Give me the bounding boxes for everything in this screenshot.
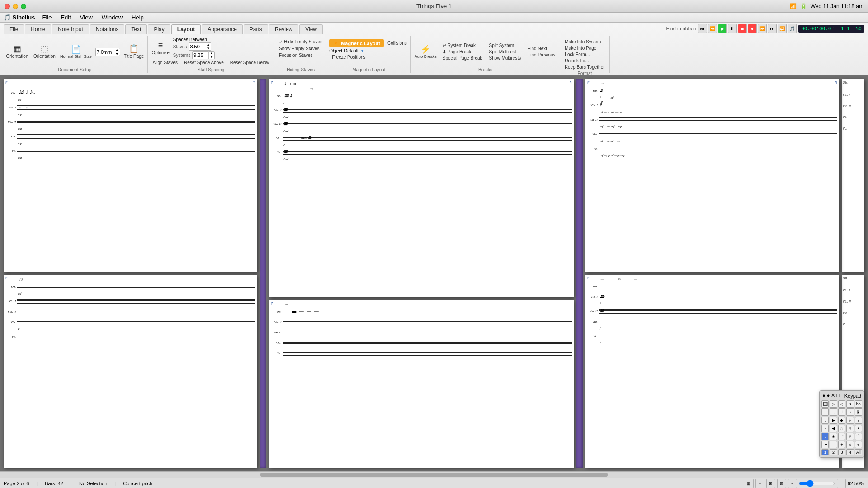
size-button[interactable]: 📄 Normal Staff Size (58, 44, 94, 60)
kp-9[interactable]: + (838, 441, 845, 448)
row-ob-6[interactable]: Ob. (587, 282, 837, 291)
make-into-system-button[interactable]: Make Into System (562, 39, 604, 45)
row-vln1-1[interactable]: Vln. I 𝅝 𝅝 (5, 103, 255, 112)
kp-tab-3[interactable]: 3 (838, 449, 845, 455)
kp-rest-1[interactable]: ♩ (838, 408, 845, 416)
collisions-button[interactable]: Collisions (386, 40, 409, 47)
horizontal-scrollbar[interactable] (0, 471, 868, 478)
kp-note-4[interactable]: 𝆷 (821, 417, 829, 424)
row-vln2-6[interactable]: Vln. II 𝅘𝅥𝅮𝅘𝅥𝅮𝅘𝅥𝅮𝅘𝅥𝅮𝅘𝅥𝅮𝅘𝅥𝅮𝅘𝅥𝅮𝅘𝅥𝅮 (587, 307, 837, 316)
row-ob-3[interactable]: Ob. 𝅘𝅥𝅮𝅘𝅥𝅮𝅘𝅥𝅮𝅘𝅥𝅮𝅘𝅥𝅮𝅘𝅥𝅮𝅘𝅥𝅮𝅘𝅥𝅮 𝅘𝅥𝅮𝅘𝅥𝅮𝅘𝅥𝅮 (271, 92, 572, 101)
make-into-page-button[interactable]: Make Into Page (562, 45, 599, 51)
row-vc-4[interactable]: Vc. (271, 349, 572, 358)
kp-icon-4[interactable]: ✕ (846, 400, 854, 408)
row-ob-5[interactable]: Ob. 𝅘𝅥𝅮𝅘𝅥𝅮𝅘𝅥𝅮𝅘𝅥𝅮 — — (587, 86, 837, 95)
transport-next[interactable]: ⏩ (758, 24, 767, 33)
title-page-button[interactable]: 📋 Title Page (122, 44, 146, 60)
tab-view[interactable]: View (299, 24, 323, 34)
kp-icon-5[interactable]: bb (855, 400, 862, 408)
row-vc-5[interactable]: Vc. (587, 144, 837, 153)
row-vln2-5[interactable]: Vln. II (587, 115, 837, 124)
special-page-break-button[interactable]: Special Page Break (440, 55, 485, 61)
maximize-button[interactable] (21, 4, 26, 9)
row-vc-2[interactable]: Vc. (5, 332, 255, 341)
find-previous-button[interactable]: Find Previous (525, 52, 558, 58)
tab-parts[interactable]: Parts (244, 24, 268, 34)
kp-icon-1[interactable]: 🔲 (821, 400, 829, 408)
transport-play[interactable]: ▶ (718, 24, 727, 33)
kp-note-1[interactable]: 𝆸 (821, 425, 829, 432)
row-ob-4[interactable]: Ob. ▬ — — — (271, 307, 572, 316)
find-next-button[interactable]: Find Next (525, 46, 558, 52)
kp-tab-4[interactable]: 4 (846, 449, 854, 455)
kp-acc-sharp2[interactable]: 𝄪 (855, 417, 862, 424)
kp-icon-2[interactable]: ▷ (830, 400, 837, 408)
row-vc-6[interactable]: Vc. (587, 332, 837, 341)
reset-space-above-button[interactable]: Reset Space Above (181, 60, 226, 66)
view-zoom-in[interactable]: + (837, 479, 846, 488)
row-vln2-4[interactable]: Vln. II (271, 328, 572, 337)
row-ob-2[interactable]: Ob. (5, 282, 255, 291)
kp-7[interactable]: ⋯ (821, 441, 829, 448)
show-empty-staves-button[interactable]: Show Empty Staves (276, 46, 322, 52)
kp-note-half[interactable]: ◈ (830, 433, 837, 440)
kp-tab-1[interactable]: 1 (821, 449, 829, 455)
row-vln1-3[interactable]: Vln. I 𝅘𝅥𝅮𝅘𝅥𝅮𝅘𝅥𝅮𝅘𝅥𝅮𝅘𝅥𝅮𝅘𝅥𝅮𝅘𝅥𝅮𝅘𝅥𝅮𝅘𝅥𝅮𝅘𝅥𝅮𝅘𝅥𝅮… (271, 106, 572, 115)
optimize-button[interactable]: ≡ Optimize (150, 40, 171, 56)
tab-note-input[interactable]: Note Input (52, 24, 89, 34)
kp-note-5[interactable]: ▶ (830, 417, 837, 424)
row-vln1-6[interactable]: Vln. I 𝅘𝅥𝅮𝅘𝅥𝅮𝅘𝅥𝅮𝅘𝅥𝅮𝅘𝅥𝅮𝅘𝅥𝅮𝅘𝅥𝅮𝅘𝅥𝅮𝅘𝅥𝅮𝅘𝅥𝅮 (587, 292, 837, 301)
kp-tab-all[interactable]: All (855, 449, 862, 455)
tab-appearance[interactable]: Appearance (202, 24, 243, 34)
menu-window[interactable]: Window (98, 14, 126, 21)
orientation-button[interactable]: ⬚ Orientation (32, 44, 57, 60)
row-vla-4[interactable]: Vla. (271, 338, 572, 347)
transport-loop[interactable]: 🔁 (778, 24, 787, 33)
transport-pause[interactable]: ⏸ (728, 24, 737, 33)
transport-stop[interactable]: ■ (738, 24, 747, 33)
scrollbar-thumb[interactable] (260, 473, 608, 477)
minimize-button[interactable] (13, 4, 18, 9)
kp-acc-sharp[interactable]: ♯ (846, 433, 854, 440)
kp-x[interactable]: × (846, 441, 854, 448)
kp-dot[interactable]: • (855, 425, 862, 432)
kp-icon-3[interactable]: ◁ (838, 400, 845, 408)
kp-note-whole[interactable]: 𝅘𝅥 (821, 433, 829, 440)
reset-space-below-button[interactable]: Reset Space Below (227, 60, 272, 66)
tab-notations[interactable]: Notations (90, 24, 125, 34)
kp-rest-2[interactable]: ♪ (846, 408, 854, 416)
kp-acc-nat[interactable]: ♮ (846, 425, 854, 432)
kp-acc-b[interactable]: ♭ (846, 417, 854, 424)
tab-text[interactable]: Text (125, 24, 147, 34)
row-vln2-1[interactable]: Vln. II (5, 117, 255, 127)
view-focus-btn[interactable]: ⊟ (777, 479, 786, 488)
row-vla-5[interactable]: Vla. (587, 130, 837, 139)
size-down[interactable]: ▼ (114, 52, 120, 56)
systems-down[interactable]: ▼ (209, 55, 214, 59)
align-staves-button[interactable]: Align Staves (150, 60, 180, 66)
focus-on-staves-button[interactable]: Focus on Staves (276, 52, 315, 58)
transport-end[interactable]: ⏭ (768, 24, 777, 33)
tab-file[interactable]: File (4, 24, 24, 34)
close-button[interactable] (5, 4, 10, 9)
view-score-btn[interactable]: ▦ (745, 479, 754, 488)
kp-note-2[interactable]: ◀ (830, 425, 837, 432)
row-vla-1[interactable]: Vla. (5, 132, 255, 141)
row-vc-3[interactable]: Vc. 𝅘𝅥𝅮𝅘𝅥𝅮𝅘𝅥𝅮𝅘𝅥𝅮𝅘𝅥𝅮𝅘𝅥𝅮𝅘𝅥𝅮𝅘𝅥𝅮 (271, 148, 572, 157)
systems-spacing-input[interactable] (193, 52, 208, 58)
transport-click[interactable]: 🎵 (788, 24, 797, 33)
row-vln2-3[interactable]: Vln. II 𝅘𝅥𝅮𝅘𝅥𝅮𝅘𝅥𝅮𝅘𝅥𝅮𝅘𝅥𝅮𝅘𝅥𝅮𝅘𝅥𝅮𝅘𝅥𝅮𝅘𝅥𝅮𝅘𝅥𝅮𝅘𝅥… (271, 120, 572, 129)
auto-breaks-button[interactable]: ⚡ Auto Breaks (413, 44, 439, 60)
lock-format-button[interactable]: Lock Form... (562, 52, 593, 57)
show-multirest-button[interactable]: Show Multirests (486, 55, 524, 61)
kp-rest-whole[interactable]: 𝄻 (838, 433, 845, 440)
menu-file[interactable]: File (38, 14, 55, 21)
kp-tie[interactable]: ⌒ (855, 433, 862, 440)
kp-8[interactable]: · (830, 441, 837, 448)
keep-bars-together-button[interactable]: Keep Bars Together (562, 64, 607, 70)
view-parts-btn[interactable]: ≡ (755, 479, 764, 488)
row-vln1-5[interactable]: Vln. I 𝅝𝅝𝅝𝅝𝅝𝅝𝅝 (587, 101, 837, 110)
row-vln1-4[interactable]: Vln. I (271, 318, 572, 327)
tab-play[interactable]: Play (148, 24, 170, 34)
menu-view[interactable]: View (76, 14, 96, 21)
